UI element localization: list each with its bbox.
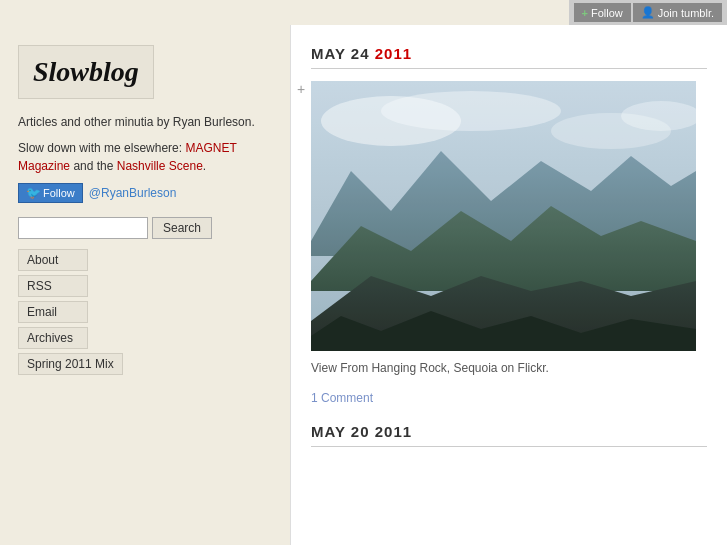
nav-list: About RSS Email Archives Spring 2011 Mix [18, 249, 272, 375]
post1-caption: View From Hanging Rock, Sequoia on Flick… [311, 361, 707, 375]
nav-item-archives[interactable]: Archives [18, 327, 88, 349]
nav-item-rss[interactable]: RSS [18, 275, 88, 297]
topbar: + Follow 👤 Join tumblr. [569, 0, 727, 25]
sidebar: Slowblog Articles and other minutia by R… [0, 25, 290, 545]
post1-image [311, 81, 696, 351]
follow-row: 🐦 Follow @RyanBurleson [18, 183, 272, 203]
svg-rect-9 [311, 81, 696, 351]
search-row: Search [18, 217, 272, 239]
post1-comments-link[interactable]: 1 Comment [311, 391, 707, 405]
post-plus-icon: + [297, 81, 305, 97]
sidebar-description-2: Slow down with me elsewhere: MAGNET Maga… [18, 139, 272, 175]
join-tumblr-button[interactable]: 👤 Join tumblr. [633, 3, 722, 22]
main-content: MAY 24 2011 + [290, 25, 727, 545]
site-title: Slowblog [18, 45, 154, 99]
plus-icon: + [582, 7, 588, 19]
site-title-text: Slowblog [33, 56, 139, 87]
post2-date: MAY 20 2011 [311, 423, 707, 447]
bird-icon: 🐦 [26, 186, 41, 200]
nashville-scene-link[interactable]: Nashville Scene [117, 159, 203, 173]
post1-image-container: + [311, 81, 707, 351]
search-input[interactable] [18, 217, 148, 239]
follow-button[interactable]: + Follow [574, 3, 631, 22]
nav-item-email[interactable]: Email [18, 301, 88, 323]
flickr-link[interactable]: on Flickr. [501, 361, 549, 375]
flickr-link-text: on Flickr. [501, 361, 549, 375]
nav-item-spring-mix[interactable]: Spring 2011 Mix [18, 353, 123, 375]
twitter-handle-link[interactable]: @RyanBurleson [89, 186, 177, 200]
person-icon: 👤 [641, 6, 655, 19]
twitter-follow-button[interactable]: 🐦 Follow [18, 183, 83, 203]
search-button[interactable]: Search [152, 217, 212, 239]
nav-item-about[interactable]: About [18, 249, 88, 271]
post1-date: MAY 24 2011 [311, 45, 707, 69]
mountain-svg [311, 81, 696, 351]
sidebar-description-1: Articles and other minutia by Ryan Burle… [18, 113, 272, 131]
layout: Slowblog Articles and other minutia by R… [0, 0, 727, 545]
